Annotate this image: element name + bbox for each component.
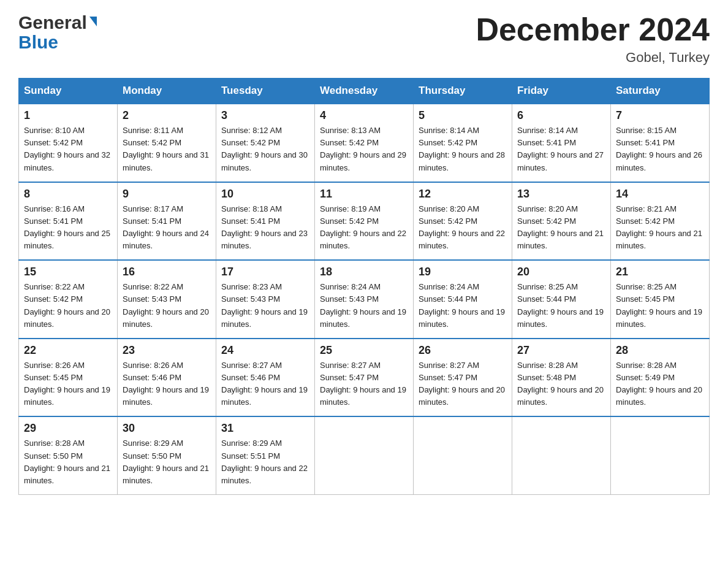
day-number: 9 — [123, 188, 211, 201]
logo-arrow-icon — [89, 17, 97, 26]
table-row: 9Sunrise: 8:17 AMSunset: 5:41 PMDaylight… — [118, 182, 216, 261]
day-number: 19 — [419, 266, 507, 278]
col-tuesday: Tuesday — [216, 79, 315, 104]
day-number: 4 — [320, 109, 408, 122]
day-number: 17 — [221, 266, 309, 278]
day-info: Sunrise: 8:16 AMSunset: 5:41 PMDaylight:… — [24, 204, 110, 250]
day-number: 28 — [616, 344, 704, 357]
calendar-header-row: Sunday Monday Tuesday Wednesday Thursday… — [19, 79, 710, 104]
table-row: 18Sunrise: 8:24 AMSunset: 5:43 PMDayligh… — [315, 260, 414, 339]
day-info: Sunrise: 8:22 AMSunset: 5:42 PMDaylight:… — [24, 282, 110, 328]
day-number: 5 — [419, 109, 507, 122]
day-number: 16 — [123, 266, 211, 278]
col-monday: Monday — [118, 79, 216, 104]
table-row: 23Sunrise: 8:26 AMSunset: 5:46 PMDayligh… — [118, 339, 216, 417]
day-info: Sunrise: 8:27 AMSunset: 5:46 PMDaylight:… — [221, 361, 308, 407]
day-number: 8 — [24, 188, 112, 201]
logo: General Blue — [18, 12, 97, 52]
day-info: Sunrise: 8:14 AMSunset: 5:41 PMDaylight:… — [517, 126, 604, 172]
day-info: Sunrise: 8:25 AMSunset: 5:45 PMDaylight:… — [616, 282, 702, 328]
day-number: 25 — [320, 344, 408, 357]
col-sunday: Sunday — [19, 79, 118, 104]
table-row — [414, 416, 512, 494]
day-info: Sunrise: 8:27 AMSunset: 5:47 PMDaylight:… — [419, 361, 505, 407]
day-number: 26 — [419, 344, 507, 357]
day-info: Sunrise: 8:10 AMSunset: 5:42 PMDaylight:… — [24, 126, 110, 172]
table-row: 30Sunrise: 8:29 AMSunset: 5:50 PMDayligh… — [118, 416, 216, 494]
day-number: 24 — [221, 344, 309, 357]
day-info: Sunrise: 8:25 AMSunset: 5:44 PMDaylight:… — [517, 282, 604, 328]
day-info: Sunrise: 8:12 AMSunset: 5:42 PMDaylight:… — [221, 126, 308, 172]
col-thursday: Thursday — [414, 79, 512, 104]
day-number: 21 — [616, 266, 704, 278]
table-row — [512, 416, 611, 494]
day-info: Sunrise: 8:29 AMSunset: 5:50 PMDaylight:… — [123, 439, 209, 484]
day-info: Sunrise: 8:14 AMSunset: 5:42 PMDaylight:… — [419, 126, 505, 172]
table-row: 15Sunrise: 8:22 AMSunset: 5:42 PMDayligh… — [19, 260, 118, 339]
day-number: 18 — [320, 266, 408, 278]
day-info: Sunrise: 8:27 AMSunset: 5:47 PMDaylight:… — [320, 361, 406, 407]
table-row: 6Sunrise: 8:14 AMSunset: 5:41 PMDaylight… — [512, 104, 611, 182]
calendar-week-row: 1Sunrise: 8:10 AMSunset: 5:42 PMDaylight… — [19, 104, 710, 182]
month-year-title: December 2024 — [476, 12, 710, 47]
table-row: 16Sunrise: 8:22 AMSunset: 5:43 PMDayligh… — [118, 260, 216, 339]
table-row: 26Sunrise: 8:27 AMSunset: 5:47 PMDayligh… — [414, 339, 512, 417]
table-row: 1Sunrise: 8:10 AMSunset: 5:42 PMDaylight… — [19, 104, 118, 182]
day-number: 20 — [517, 266, 605, 278]
day-number: 31 — [221, 422, 309, 435]
table-row: 31Sunrise: 8:29 AMSunset: 5:51 PMDayligh… — [216, 416, 315, 494]
day-info: Sunrise: 8:22 AMSunset: 5:43 PMDaylight:… — [123, 282, 209, 328]
table-row: 11Sunrise: 8:19 AMSunset: 5:42 PMDayligh… — [315, 182, 414, 261]
col-wednesday: Wednesday — [315, 79, 414, 104]
day-info: Sunrise: 8:26 AMSunset: 5:46 PMDaylight:… — [123, 361, 209, 407]
col-saturday: Saturday — [611, 79, 710, 104]
calendar-week-row: 22Sunrise: 8:26 AMSunset: 5:45 PMDayligh… — [19, 339, 710, 417]
table-row: 24Sunrise: 8:27 AMSunset: 5:46 PMDayligh… — [216, 339, 315, 417]
calendar-week-row: 29Sunrise: 8:28 AMSunset: 5:50 PMDayligh… — [19, 416, 710, 494]
day-info: Sunrise: 8:24 AMSunset: 5:43 PMDaylight:… — [320, 282, 406, 328]
day-number: 23 — [123, 344, 211, 357]
location-subtitle: Gobel, Turkey — [476, 50, 710, 66]
day-info: Sunrise: 8:28 AMSunset: 5:48 PMDaylight:… — [517, 361, 604, 407]
day-number: 13 — [517, 188, 605, 201]
day-info: Sunrise: 8:20 AMSunset: 5:42 PMDaylight:… — [419, 204, 505, 250]
day-info: Sunrise: 8:28 AMSunset: 5:50 PMDaylight:… — [24, 439, 110, 484]
day-number: 1 — [24, 109, 112, 122]
table-row: 29Sunrise: 8:28 AMSunset: 5:50 PMDayligh… — [19, 416, 118, 494]
table-row: 19Sunrise: 8:24 AMSunset: 5:44 PMDayligh… — [414, 260, 512, 339]
table-row — [611, 416, 710, 494]
col-friday: Friday — [512, 79, 611, 104]
day-info: Sunrise: 8:23 AMSunset: 5:43 PMDaylight:… — [221, 282, 308, 328]
table-row: 21Sunrise: 8:25 AMSunset: 5:45 PMDayligh… — [611, 260, 710, 339]
table-row: 8Sunrise: 8:16 AMSunset: 5:41 PMDaylight… — [19, 182, 118, 261]
table-row: 3Sunrise: 8:12 AMSunset: 5:42 PMDaylight… — [216, 104, 315, 182]
day-number: 29 — [24, 422, 112, 435]
logo-blue: Blue — [18, 33, 58, 52]
table-row: 17Sunrise: 8:23 AMSunset: 5:43 PMDayligh… — [216, 260, 315, 339]
table-row: 13Sunrise: 8:20 AMSunset: 5:42 PMDayligh… — [512, 182, 611, 261]
day-info: Sunrise: 8:15 AMSunset: 5:41 PMDaylight:… — [616, 126, 702, 172]
day-number: 10 — [221, 188, 309, 201]
calendar-week-row: 15Sunrise: 8:22 AMSunset: 5:42 PMDayligh… — [19, 260, 710, 339]
day-number: 27 — [517, 344, 605, 357]
table-row: 28Sunrise: 8:28 AMSunset: 5:49 PMDayligh… — [611, 339, 710, 417]
day-info: Sunrise: 8:17 AMSunset: 5:41 PMDaylight:… — [123, 204, 209, 250]
day-info: Sunrise: 8:18 AMSunset: 5:41 PMDaylight:… — [221, 204, 308, 250]
table-row: 22Sunrise: 8:26 AMSunset: 5:45 PMDayligh… — [19, 339, 118, 417]
day-number: 12 — [419, 188, 507, 201]
day-info: Sunrise: 8:24 AMSunset: 5:44 PMDaylight:… — [419, 282, 505, 328]
table-row: 25Sunrise: 8:27 AMSunset: 5:47 PMDayligh… — [315, 339, 414, 417]
table-row: 14Sunrise: 8:21 AMSunset: 5:42 PMDayligh… — [611, 182, 710, 261]
day-number: 14 — [616, 188, 704, 201]
day-info: Sunrise: 8:19 AMSunset: 5:42 PMDaylight:… — [320, 204, 406, 250]
table-row: 27Sunrise: 8:28 AMSunset: 5:48 PMDayligh… — [512, 339, 611, 417]
day-number: 7 — [616, 109, 704, 122]
table-row: 5Sunrise: 8:14 AMSunset: 5:42 PMDaylight… — [414, 104, 512, 182]
day-number: 22 — [24, 344, 112, 357]
table-row: 10Sunrise: 8:18 AMSunset: 5:41 PMDayligh… — [216, 182, 315, 261]
table-row: 4Sunrise: 8:13 AMSunset: 5:42 PMDaylight… — [315, 104, 414, 182]
table-row: 20Sunrise: 8:25 AMSunset: 5:44 PMDayligh… — [512, 260, 611, 339]
day-info: Sunrise: 8:26 AMSunset: 5:45 PMDaylight:… — [24, 361, 110, 407]
table-row — [315, 416, 414, 494]
day-number: 30 — [123, 422, 211, 435]
